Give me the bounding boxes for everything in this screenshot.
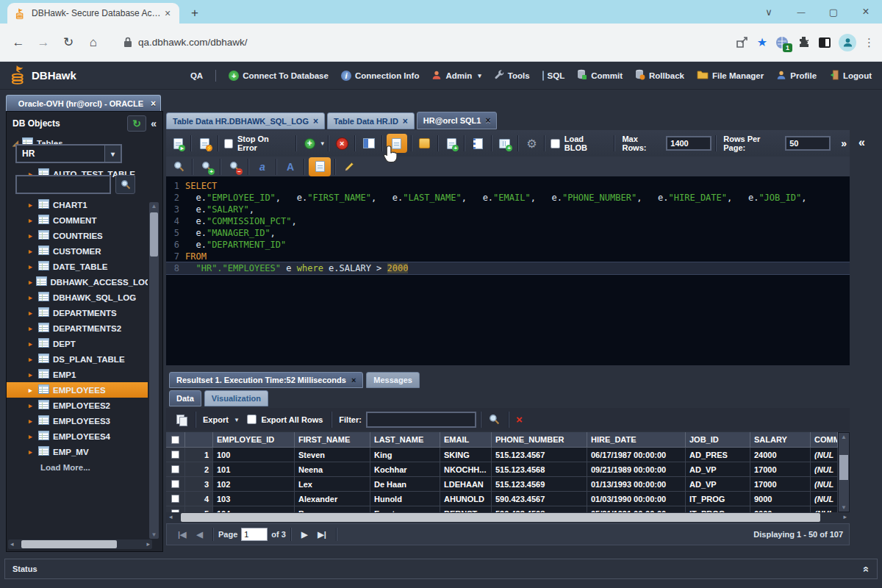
first-page-button[interactable]: |◀ [178,530,187,539]
nav-item-connect-to-database[interactable]: +Connect To Database [229,71,329,81]
nav-item-connection-info[interactable]: iConnection Info [341,71,420,81]
tab-resultset[interactable]: Resultset 1. Execution Time:52 Milliseco… [169,372,363,388]
edit-button[interactable] [340,158,359,176]
export-all-rows-checkbox[interactable] [247,415,257,424]
schema-select[interactable]: HR ▾ [15,144,122,163]
filter-input[interactable] [366,412,476,428]
export-caret-icon[interactable]: ▾ [235,416,239,423]
execute-script-button[interactable]: ⚡ [196,135,213,152]
window-menu-icon[interactable]: ∨ [763,7,775,18]
column-header-phone_number[interactable]: PHONE_NUMBER [492,432,587,448]
grid-select-all[interactable] [166,432,185,448]
tree-item-dbhawk_access_log[interactable]: ▸DBHAWK_ACCESS_LOG [7,274,148,290]
column-header-commis[interactable]: COMMIS [811,432,838,448]
window-restore-icon[interactable]: ▢ [828,7,839,18]
page-number-input[interactable] [241,528,268,541]
next-page-button[interactable]: ▶ [301,530,307,539]
row-select-cell[interactable] [166,448,185,462]
settings-gear-button[interactable]: ⚙ [523,135,540,152]
tree-item-departments[interactable]: ▸DEPARTMENTS [7,305,148,320]
dbhawk-logo[interactable]: DBHawk [10,65,76,87]
tree-hscrollbar-thumb[interactable] [21,540,117,548]
insert-row-button[interactable]: + [442,135,460,152]
column-header-employee_id[interactable]: EMPLOYEE_ID [213,432,295,448]
connection-tab-close-icon[interactable]: × [151,98,156,109]
scroll-left-icon[interactable]: ◂ [10,539,14,549]
editor-line-1[interactable]: 1SELECT [166,180,850,192]
connection-tab[interactable]: Oracle-OVH (hr@orcl) - ORACLE × [6,95,161,111]
table-row[interactable]: 2101NeenaKochharNKOCHH...515.123.456809/… [166,462,850,477]
prev-page-button[interactable]: ◀ [197,530,203,539]
scroll-down-icon[interactable]: ▼ [839,504,849,511]
new-tab-button[interactable]: + [187,6,203,21]
nav-item-tools[interactable]: Tools [494,70,530,82]
row-select-cell[interactable] [166,506,185,512]
nav-item-logout[interactable]: Logout [829,70,872,82]
tree-item-dbhawk_sql_log[interactable]: ▸DBHAWK_SQL_LOG [7,290,148,305]
table-row[interactable]: 1100StevenKingSKING515.123.456706/17/198… [166,448,850,462]
back-icon[interactable]: ← [6,35,31,50]
column-header-last_name[interactable]: LAST_NAME [370,432,440,448]
editor-line-6[interactable]: 6 e."DEPARTMENT_ID" [166,239,850,251]
tab-close-icon[interactable]: × [162,7,173,19]
format-sql-button[interactable] [309,157,331,176]
bookmark-star-icon[interactable]: ★ [757,35,767,49]
lowercase-button[interactable]: a [253,158,272,176]
extensions-puzzle-icon[interactable] [797,35,811,49]
scroll-left-icon[interactable]: ◂ [169,512,173,522]
nav-item-qa[interactable]: QA [190,71,203,80]
scroll-down-icon[interactable]: ▼ [149,531,159,538]
forward-icon[interactable]: → [31,35,56,50]
stop-on-error-checkbox[interactable] [224,139,233,148]
tree-item-dept[interactable]: ▸DEPT [7,336,148,351]
show-columns-button[interactable] [359,135,377,152]
panel-collapse-icon[interactable]: « [853,133,871,152]
window-close-icon[interactable]: × [860,5,872,18]
editor-line-7[interactable]: 7FROM [166,251,850,262]
resultset-close-icon[interactable]: × [351,376,356,384]
tree-item-employees3[interactable]: ▸EMPLOYEES3 [7,413,148,429]
nav-item-commit[interactable]: Commit [577,69,623,82]
row-select-cell[interactable] [166,477,185,492]
log-button[interactable] [469,135,487,152]
sidebar-panel-icon[interactable] [818,37,831,49]
sql-editor[interactable]: 1SELECT2 e."EMPLOYEE_ID", e."FIRST_NAME"… [166,176,850,365]
tab-visualization[interactable]: Visualization [204,390,268,406]
column-header-salary[interactable]: SALARY [750,432,811,448]
tree-item-employees2[interactable]: ▸EMPLOYEES2 [7,398,148,413]
refresh-button[interactable]: ↻ [127,115,146,132]
tree-item-emp_mv[interactable]: ▸EMP_MV [7,444,148,459]
tree-item-comment[interactable]: ▸COMMENT [7,212,148,228]
browser-profile-avatar[interactable] [839,34,856,51]
tree-vertical-scrollbar[interactable]: ▲ ▼ [149,202,159,539]
apply-filter-button[interactable] [485,411,504,429]
tab-table-data-hr-dbhawk-sql-log[interactable]: Table Data HR.DBHAWK_SQL_LOG× [166,112,325,129]
table-row[interactable]: 4103AlexanderHunoldAHUNOLD590.423.456701… [166,492,850,506]
browser-menu-icon[interactable]: ⋮ [864,36,875,49]
grid-hscroll-thumb[interactable] [181,513,820,522]
zoom-out-button[interactable]: − [225,158,244,176]
grid-horizontal-scrollbar[interactable]: ◂ ▸ [166,512,850,523]
tab-messages[interactable]: Messages [366,372,420,388]
tab-table-data-hr-id[interactable]: Table Data HR.ID× [327,112,415,129]
uppercase-button[interactable]: A [281,158,300,176]
load-blob-checkbox[interactable] [551,139,559,148]
toolbar-overflow-icon[interactable]: » [841,137,847,149]
sidebar-search-input[interactable] [17,176,110,193]
table-row[interactable]: 3102LexDe HaanLDEHAAN515.123.456901/13/1… [166,477,850,492]
zoom-in-button[interactable]: + [197,158,216,176]
tree-horizontal-scrollbar[interactable]: ◂ ▸ [8,539,152,549]
status-expand-icon[interactable]: « [860,566,872,572]
nav-item-rollback[interactable]: Rollback [635,69,684,82]
column-header-first_name[interactable]: FIRST_NAME [295,432,370,448]
tree-scrollbar-thumb[interactable] [150,212,158,257]
tree-load-more[interactable]: Load More... [7,459,148,475]
row-select-cell[interactable] [166,492,185,506]
tree-item-employees4[interactable]: ▸EMPLOYEES4 [7,429,148,444]
tab-close-icon[interactable]: × [485,115,490,126]
scroll-up-icon[interactable]: ▲ [839,434,849,440]
browser-tab[interactable]: DBHawk- Secure Database Acces × [7,3,179,24]
table-row[interactable]: 5104BruceErnstBERNST590.423.456805/21/19… [166,506,850,512]
copy-button[interactable] [172,411,191,429]
column-header-hire_date[interactable]: HIRE_DATE [587,432,686,448]
